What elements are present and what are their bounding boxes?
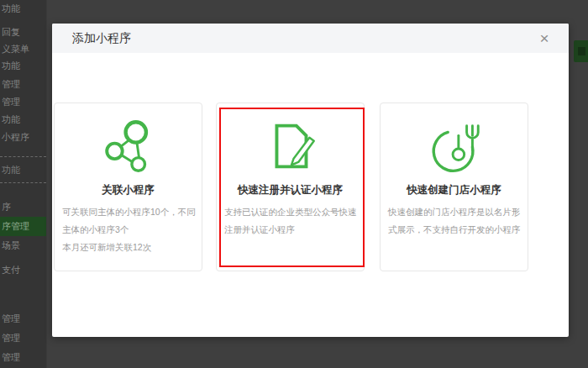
sidebar-item[interactable]: 管理 <box>0 312 46 325</box>
card-desc-line: 注册并认证小程序 <box>224 221 356 239</box>
document-pen-icon <box>260 115 322 177</box>
sidebar-item-active[interactable]: 序管理 <box>0 217 46 236</box>
screen: 功能回复义菜单功能管理管理功能小程序功能序序管理场景支付管理管理管理 添加小程序… <box>0 0 588 368</box>
option-card[interactable]: 快速注册并认证小程序 支持已认证的企业类型公众号快速注册并认证小程序 <box>216 103 365 271</box>
dimmed-green-button[interactable] <box>574 40 588 62</box>
card-desc-line: 主体的小程序3个 <box>62 221 194 239</box>
sidebar-item[interactable]: 功能 <box>0 2 46 15</box>
card-description: 快速创建的门店小程序是以名片形式展示，不支持自行开发的小程序 <box>388 203 520 239</box>
option-card[interactable]: 快速创建门店小程序 快速创建的门店小程序是以名片形式展示，不支持自行开发的小程序 <box>380 103 528 271</box>
sidebar-item[interactable]: 功能 <box>0 113 46 126</box>
sidebar-item[interactable]: 小程序 <box>0 130 46 144</box>
network-icon <box>97 115 160 177</box>
sidebar-item[interactable]: 场景 <box>0 239 46 252</box>
sidebar-item[interactable]: 回复 <box>0 25 46 39</box>
sidebar-item[interactable]: 管理 <box>0 350 46 364</box>
card-title: 快速注册并认证小程序 <box>217 184 364 197</box>
card-title: 关联小程序 <box>55 184 202 197</box>
sidebar-item[interactable]: 管理 <box>0 95 46 108</box>
sidebar-item[interactable]: 功能 <box>0 156 46 183</box>
card-icon-wrap <box>381 112 528 181</box>
sidebar-item[interactable]: 序 <box>0 200 46 213</box>
sidebar: 功能回复义菜单功能管理管理功能小程序功能序序管理场景支付管理管理管理 <box>0 0 47 368</box>
sidebar-item[interactable]: 义菜单 <box>0 42 46 55</box>
sidebar-item[interactable]: 功能 <box>0 59 46 72</box>
card-icon-wrap <box>217 112 364 181</box>
card-desc-line: 支持已认证的企业类型公众号快速 <box>224 203 356 221</box>
card-description: 支持已认证的企业类型公众号快速注册并认证小程序 <box>224 203 356 239</box>
sidebar-item[interactable]: 管理 <box>0 331 46 344</box>
card-desc-line: 式展示，不支持自行开发的小程序 <box>388 221 520 239</box>
sidebar-item[interactable]: 管理 <box>0 77 46 91</box>
option-card[interactable]: 关联小程序 可关联同主体的小程序10个，不同主体的小程序3个本月还可新增关联12… <box>54 103 202 271</box>
card-desc-line: 本月还可新增关联12次 <box>62 239 194 256</box>
card-icon-wrap <box>55 112 202 181</box>
card-description: 可关联同主体的小程序10个，不同主体的小程序3个本月还可新增关联12次 <box>62 203 194 256</box>
add-miniprogram-dialog: 添加小程序 × 关联小程序 可关联同主体的小程序10个，不同主体的小程序3个本月… <box>52 24 569 337</box>
card-desc-line: 快速创建的门店小程序是以名片形 <box>388 203 520 221</box>
card-desc-line: 可关联同主体的小程序10个，不同 <box>62 203 194 221</box>
fork-spoon-icon <box>423 115 486 177</box>
card-title: 快速创建门店小程序 <box>381 184 528 197</box>
sidebar-item[interactable]: 支付 <box>0 263 46 276</box>
cards-row: 关联小程序 可关联同主体的小程序10个，不同主体的小程序3个本月还可新增关联12… <box>52 24 569 337</box>
